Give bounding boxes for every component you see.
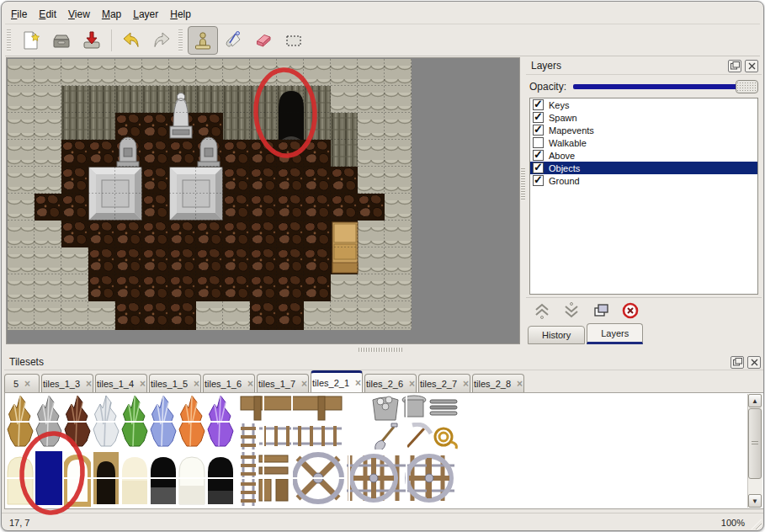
- splitter-grip[interactable]: [521, 168, 525, 200]
- lower-layer-button[interactable]: [560, 301, 582, 321]
- stamp-icon: [192, 29, 214, 51]
- close-panel-button[interactable]: [747, 356, 761, 369]
- layer-row[interactable]: Walkable: [530, 136, 757, 149]
- layer-visibility-checkbox[interactable]: [533, 112, 544, 123]
- opacity-slider-track[interactable]: [573, 84, 757, 89]
- horizontal-splitter[interactable]: [2, 344, 764, 354]
- layer-visibility-checkbox[interactable]: [533, 150, 544, 161]
- menu-item[interactable]: View: [62, 7, 96, 22]
- panel-tab[interactable]: Layers: [587, 323, 643, 344]
- tileset-tiles[interactable]: [5, 393, 476, 508]
- stamp-tool-button[interactable]: [188, 26, 218, 55]
- tileset-tab[interactable]: tiles_2_6: [364, 374, 417, 393]
- new-file-icon: [20, 29, 42, 51]
- tileset-tab-label: tiles_1_5: [151, 379, 188, 389]
- menu-item[interactable]: Layer: [127, 7, 164, 22]
- fill-bucket-icon: [222, 29, 244, 51]
- scroll-up-button[interactable]: ▲: [748, 394, 762, 407]
- undo-icon: [120, 29, 142, 51]
- tileset-scrollbar[interactable]: ▲ ▼: [747, 394, 762, 508]
- tab-close-icon[interactable]: [409, 379, 415, 389]
- open-map-button[interactable]: [46, 26, 77, 55]
- scrollbar-thumb[interactable]: [748, 408, 762, 479]
- layer-row[interactable]: Ground: [530, 174, 757, 187]
- delete-layer-icon: [621, 301, 640, 320]
- tileset-tab[interactable]: 5: [4, 374, 40, 393]
- toolbar: [5, 25, 760, 55]
- tab-close-icon[interactable]: [517, 379, 523, 389]
- scroll-down-button[interactable]: ▼: [748, 494, 762, 508]
- panel-tab[interactable]: History: [528, 326, 585, 344]
- toolbar-grip[interactable]: [178, 29, 183, 51]
- tab-close-icon[interactable]: [247, 379, 253, 389]
- select-tool-button[interactable]: [279, 26, 309, 55]
- float-panel-button[interactable]: [730, 356, 744, 369]
- close-panel-button[interactable]: [745, 60, 758, 72]
- layer-visibility-checkbox[interactable]: [533, 125, 544, 136]
- tileset-tab[interactable]: tiles_1_3: [41, 374, 93, 393]
- layer-row[interactable]: Mapevents: [530, 124, 757, 136]
- tileset-content[interactable]: ▲ ▼: [4, 392, 764, 509]
- tileset-tab[interactable]: tiles_1_7: [257, 374, 309, 393]
- cursor-coordinates: 17, 7: [2, 518, 721, 528]
- menu-item[interactable]: Edit: [33, 7, 62, 22]
- tab-close-icon[interactable]: [355, 378, 361, 388]
- toolbar-bottom-separator: [5, 56, 760, 56]
- tab-close-icon[interactable]: [194, 379, 199, 389]
- map-tiles[interactable]: [8, 59, 412, 330]
- layer-visibility-checkbox[interactable]: [533, 175, 544, 186]
- eraser-tool-button[interactable]: [248, 26, 279, 55]
- new-map-button[interactable]: [16, 26, 46, 55]
- tab-close-icon[interactable]: [24, 379, 30, 389]
- menu-item[interactable]: Map: [96, 7, 127, 22]
- map-editor-window: FileEditViewMapLayerHelp: [1, 1, 764, 531]
- duplicate-layer-button[interactable]: [590, 301, 611, 321]
- tileset-tab[interactable]: tiles_2_8: [472, 374, 524, 393]
- tileset-tab[interactable]: tiles_2_1: [311, 370, 363, 393]
- opacity-slider-handle[interactable]: [736, 80, 758, 93]
- opacity-slider[interactable]: [573, 80, 758, 93]
- layer-row[interactable]: Above: [530, 149, 757, 162]
- selected-tile-highlight[interactable]: [35, 451, 62, 505]
- layer-row[interactable]: Keys: [530, 98, 757, 111]
- layer-action-buttons: [526, 297, 762, 323]
- status-bar: 17, 7 100%: [2, 513, 763, 531]
- layer-row[interactable]: Objects: [530, 162, 757, 174]
- close-icon: [751, 359, 758, 366]
- save-icon: [81, 29, 103, 51]
- tab-close-icon[interactable]: [301, 379, 307, 389]
- menu-item[interactable]: Help: [164, 7, 197, 22]
- tileset-tab[interactable]: tiles_1_6: [203, 374, 255, 393]
- menu-bar: FileEditViewMapLayerHelp: [5, 5, 760, 23]
- layer-name: Keys: [549, 100, 569, 110]
- prop-tiles[interactable]: [373, 396, 457, 450]
- layer-row[interactable]: Spawn: [530, 111, 757, 124]
- tileset-tab-label: tiles_1_3: [43, 379, 80, 389]
- tile-grid: [8, 59, 412, 330]
- toolbar-grip[interactable]: [7, 29, 11, 51]
- fill-tool-button[interactable]: [218, 26, 248, 55]
- layer-visibility-checkbox[interactable]: [533, 137, 544, 148]
- tileset-tabbar: 5 tiles_1_3 tiles_1_4 tiles_1_5: [4, 370, 764, 393]
- tileset-tab[interactable]: tiles_1_5: [149, 374, 201, 393]
- delete-layer-button[interactable]: [619, 301, 640, 321]
- tileset-tab[interactable]: tiles_2_7: [418, 374, 470, 393]
- menubar-separator: [5, 24, 760, 24]
- redo-button[interactable]: [146, 26, 177, 55]
- vertical-splitter[interactable]: [520, 57, 526, 344]
- tilesets-panel-titlebar: Tilesets: [4, 354, 764, 370]
- tab-close-icon[interactable]: [86, 379, 92, 389]
- raise-layer-button[interactable]: [531, 301, 552, 321]
- tileset-tab[interactable]: tiles_1_4: [95, 374, 147, 393]
- menu-item[interactable]: File: [5, 7, 33, 22]
- tab-close-icon[interactable]: [140, 379, 146, 389]
- splitter-grip[interactable]: [359, 348, 402, 352]
- layer-visibility-checkbox[interactable]: [533, 99, 544, 110]
- float-panel-button[interactable]: [728, 60, 741, 72]
- layer-visibility-checkbox[interactable]: [533, 162, 544, 173]
- tab-close-icon[interactable]: [463, 379, 469, 389]
- map-canvas[interactable]: [6, 57, 520, 344]
- rect-select-icon: [283, 29, 305, 51]
- save-map-button[interactable]: [77, 26, 107, 55]
- undo-button[interactable]: [116, 26, 146, 55]
